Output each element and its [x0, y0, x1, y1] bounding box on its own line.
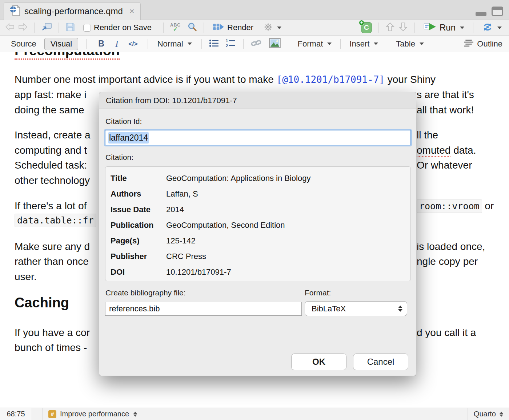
doc-text-fragment: all that work! — [417, 104, 474, 116]
tab-title: scaling-performance.qmd — [24, 6, 123, 16]
insert-chunk-icon[interactable]: C+ — [361, 22, 372, 33]
citation-label: Citation: — [105, 153, 133, 162]
go-to-next-chunk-icon[interactable] — [398, 22, 408, 33]
selected-text: laffan2014 — [108, 132, 149, 144]
svg-text:1: 1 — [226, 39, 228, 43]
format-select[interactable]: BibLaTeX — [305, 301, 407, 316]
main-toolbar: Render on Save ABC ✓ Render — [0, 20, 509, 36]
open-in-new-window-icon[interactable] — [41, 22, 52, 33]
citation-field-row: Page(s) 125-142 — [111, 233, 410, 249]
image-icon[interactable] — [269, 38, 281, 49]
tab-close-icon[interactable]: × — [129, 6, 135, 16]
source-mode-button[interactable]: Source — [11, 39, 36, 49]
search-icon[interactable] — [187, 22, 197, 33]
window-maximize-button[interactable] — [492, 7, 503, 16]
chevron-down-icon — [497, 27, 502, 29]
status-bar: 68:75 # Improve performance Quarto — [0, 408, 509, 420]
toolbar-divider — [148, 39, 148, 49]
toolbar-divider — [86, 39, 87, 49]
doc-text-fragment: ngle copy per — [417, 256, 478, 267]
toolbar-divider — [201, 39, 202, 49]
render-options-button[interactable] — [261, 22, 284, 34]
doc-text-fragment: other technology — [15, 175, 90, 186]
doc-text-fragment: If there's a lot of — [15, 200, 87, 212]
citation-field-row: Issue Date 2014 — [111, 202, 410, 217]
document-outline-selector[interactable]: # Improve performance — [42, 408, 137, 420]
render-on-save-label: Render on Save — [94, 23, 152, 32]
render-on-save-toggle[interactable]: Render on Save — [81, 22, 154, 33]
inline-code: room::vroom — [417, 199, 482, 213]
doc-text-fragment: doing the same — [15, 104, 84, 116]
render-on-save-checkbox[interactable] — [83, 24, 91, 32]
spellcheck-icon[interactable]: ABC ✓ — [170, 23, 181, 32]
doc-text-fragment: Scheduled task: — [15, 159, 87, 171]
save-icon[interactable] — [65, 22, 75, 33]
citation-field-row: Publisher CRC Press — [111, 249, 410, 264]
doc-text-fragment: room::vroom or — [417, 200, 494, 212]
scope-label: Improve performance — [60, 410, 129, 418]
chevron-down-icon — [374, 43, 378, 45]
doc-text-fragment: user. — [15, 271, 37, 283]
citation-field-row: Publication GeoComputation, Second Editi… — [111, 217, 410, 233]
toolbar-divider — [34, 23, 35, 33]
go-to-previous-chunk-icon[interactable] — [385, 22, 395, 33]
citation-field-row: Title GeoComputation: Applications in Bi… — [111, 170, 410, 186]
toolbar-divider — [387, 39, 387, 49]
bullet-list-icon[interactable] — [209, 39, 219, 49]
citation-id-input[interactable]: laffan2014 — [105, 130, 411, 145]
doc-text-fragment: bunch of times - — [15, 342, 87, 354]
outline-icon — [464, 39, 473, 49]
outline-toggle[interactable]: Outline — [464, 39, 502, 49]
doc-text-fragment: rather than once — [15, 256, 89, 267]
doc-text-fragment: computing and t — [15, 145, 87, 156]
italic-button[interactable]: I — [115, 39, 118, 49]
cancel-button[interactable]: Cancel — [353, 354, 408, 370]
numbered-list-icon[interactable]: 1 2 — [226, 39, 236, 49]
ok-button[interactable]: OK — [291, 354, 346, 370]
section-heading-caching: Caching — [15, 295, 69, 311]
chevron-down-icon — [420, 43, 424, 45]
paragraph-style-select[interactable]: Normal — [155, 39, 194, 49]
render-button[interactable]: Render — [211, 21, 256, 34]
run-button[interactable]: Run — [421, 21, 466, 34]
table-menu[interactable]: Table — [394, 39, 426, 49]
toolbar-divider — [288, 39, 288, 49]
doc-text-fragment: ll the — [417, 129, 438, 141]
misspelled-word: omuted — [417, 145, 450, 157]
gear-icon — [264, 23, 273, 33]
document-tab[interactable]: scaling-performance.qmd × — [4, 2, 141, 20]
toolbar-divider — [204, 23, 204, 33]
insert-menu[interactable]: Insert — [347, 39, 380, 49]
editor-mode-selector[interactable]: Quarto — [468, 408, 509, 420]
doc-text-fragment: data.table::fr — [15, 214, 96, 226]
forward-icon[interactable] — [18, 23, 28, 33]
toolbar-divider — [163, 23, 164, 33]
back-icon[interactable] — [5, 23, 15, 33]
dialog-title: Citation from DOI: 10.1201/b17091-7 — [99, 92, 416, 109]
toolbar-divider — [59, 23, 59, 33]
citation-field-row: DOI 10.1201/b17091-7 — [111, 264, 410, 280]
render-icon — [213, 22, 224, 33]
bibliography-file-label: Create bibliography file: — [105, 288, 186, 297]
format-menu[interactable]: Format — [296, 39, 334, 49]
inline-code: data.table::fr — [15, 214, 96, 227]
chevron-down-icon — [188, 43, 192, 45]
doc-text-fragment: Or whatever — [417, 159, 472, 171]
toolbar-divider — [378, 23, 379, 33]
toolbar-divider — [243, 39, 244, 49]
source-rerun-button[interactable] — [480, 21, 504, 34]
visual-mode-button[interactable]: Visual — [44, 38, 79, 50]
citation-reference[interactable]: [@10.1201/b17091-7] — [277, 74, 385, 85]
cursor-position: 68:75 — [0, 408, 32, 420]
bold-button[interactable]: B — [98, 39, 104, 49]
quarto-file-icon — [10, 5, 21, 18]
bibliography-file-input[interactable] — [105, 302, 302, 316]
doc-text-fragment: omuted data. — [417, 145, 476, 156]
link-icon[interactable] — [251, 39, 262, 49]
mode-label: Quarto — [474, 410, 496, 418]
svg-text:2: 2 — [226, 43, 228, 47]
section-heading-precomputation: Precomputation — [15, 52, 120, 58]
window-minimize-button[interactable] — [476, 12, 486, 16]
citation-from-doi-dialog: Citation from DOI: 10.1201/b17091-7 Cita… — [99, 92, 416, 376]
code-button[interactable]: </> — [128, 40, 137, 48]
